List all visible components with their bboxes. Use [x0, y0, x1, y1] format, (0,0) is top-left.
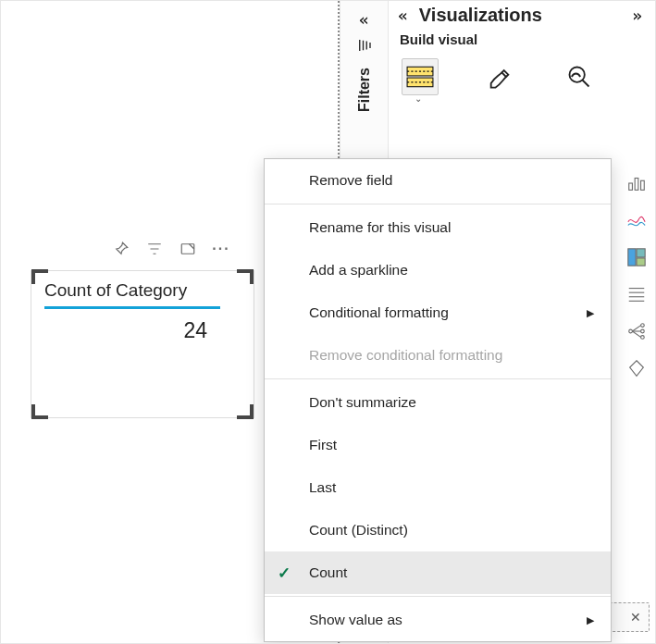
tab-format-visual[interactable] — [481, 58, 518, 95]
menu-remove-conditional-formatting: Remove conditional formatting — [265, 334, 611, 377]
svg-rect-6 — [629, 183, 633, 190]
viz-type-icon-list[interactable] — [626, 284, 647, 304]
chevron-right-icon: ▶ — [587, 614, 594, 626]
pin-icon[interactable] — [112, 240, 130, 258]
menu-conditional-formatting[interactable]: Conditional formatting▶ — [265, 291, 611, 334]
tab-analytics[interactable] — [561, 58, 598, 95]
viz-type-icon-diamond[interactable] — [626, 358, 647, 378]
filter-icon[interactable] — [145, 240, 164, 258]
viz-type-gallery-partial — [618, 173, 655, 441]
focus-mode-icon[interactable] — [179, 240, 197, 258]
filter-pane-icon — [356, 37, 373, 56]
svg-line-22 — [632, 331, 640, 337]
menu-remove-field[interactable]: Remove field — [265, 159, 611, 202]
card-visual[interactable]: Count of Category 24 — [31, 270, 254, 418]
svg-point-19 — [641, 336, 645, 340]
chevron-down-icon: ⌄ — [415, 93, 655, 104]
expand-viz-icon[interactable]: » — [626, 6, 648, 25]
check-icon: ✓ — [278, 564, 291, 583]
viz-pane-title: Visualizations — [419, 5, 626, 26]
svg-line-20 — [632, 326, 640, 331]
viz-type-icon-decomp[interactable] — [626, 321, 647, 341]
menu-add-sparkline[interactable]: Add a sparkline — [265, 249, 611, 291]
tab-build-visual[interactable] — [402, 58, 439, 95]
chevron-right-icon: ▶ — [587, 307, 594, 319]
visual-header-toolbar: ··· — [112, 240, 230, 258]
menu-first[interactable]: First — [265, 424, 611, 466]
viz-type-icon-wave[interactable] — [626, 210, 647, 230]
menu-count[interactable]: ✓Count — [265, 551, 611, 594]
menu-rename-for-visual[interactable]: Rename for this visual — [265, 206, 611, 249]
collapse-viz-icon[interactable]: « — [392, 6, 414, 25]
menu-show-value-as[interactable]: Show value as▶ — [265, 599, 611, 641]
svg-rect-7 — [635, 179, 638, 191]
expand-filters-icon[interactable]: » — [353, 12, 375, 31]
filters-pane-label: Filters — [356, 68, 373, 112]
svg-point-16 — [629, 329, 633, 333]
menu-dont-summarize[interactable]: Don't summarize — [265, 381, 611, 424]
card-value: 24 — [31, 309, 254, 343]
build-visual-label: Build visual — [389, 31, 655, 47]
menu-last[interactable]: Last — [265, 466, 611, 509]
svg-rect-11 — [637, 258, 645, 266]
viz-type-icon-bars[interactable] — [626, 173, 647, 193]
svg-rect-10 — [637, 249, 645, 257]
close-icon[interactable]: ✕ — [630, 610, 641, 625]
svg-point-17 — [641, 324, 645, 328]
svg-rect-8 — [641, 180, 645, 190]
svg-point-18 — [641, 329, 645, 333]
viz-type-icon-treemap[interactable] — [626, 247, 647, 267]
svg-rect-9 — [628, 249, 636, 266]
menu-count-distinct[interactable]: Count (Distinct) — [265, 509, 611, 551]
field-context-menu: Remove field Rename for this visual Add … — [264, 158, 612, 642]
card-title: Count of Category — [31, 271, 254, 306]
more-options-icon[interactable]: ··· — [212, 240, 230, 258]
svg-rect-0 — [181, 244, 194, 254]
viz-mode-tabs — [389, 47, 655, 95]
svg-point-5 — [570, 68, 585, 82]
